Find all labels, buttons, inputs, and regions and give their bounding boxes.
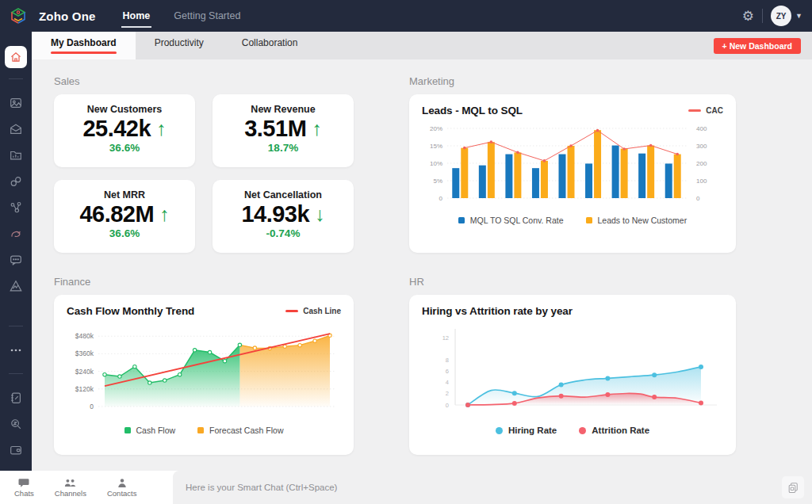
yellow-swatch — [586, 217, 592, 223]
hr-chart-card: Hiring vs Attrition rate by year 0246812… — [409, 295, 736, 455]
zoho-one-logo-icon[interactable] — [9, 6, 28, 25]
svg-text:200: 200 — [696, 160, 707, 167]
kpi-value: 3.51M — [244, 116, 306, 141]
kpi-title: Net MRR — [54, 189, 195, 200]
svg-text:$360k: $360k — [75, 349, 94, 357]
more-ellipsis-icon — [9, 343, 23, 357]
legend-leads-new-customer[interactable]: Leads to New Customer — [586, 216, 688, 225]
topbar-right: ⚙ ZY ▼ — [742, 6, 802, 26]
sidebar-bottom — [9, 315, 23, 471]
svg-text:8: 8 — [446, 357, 449, 364]
section-label-sales: Sales — [54, 75, 354, 89]
tab-productivity[interactable]: Productivity — [136, 32, 223, 59]
sidebar-item-chat[interactable] — [9, 253, 23, 267]
svg-text:4: 4 — [446, 379, 449, 386]
clipboard-button[interactable] — [782, 476, 804, 498]
kpi-title: New Revenue — [213, 104, 354, 115]
svg-text:6: 6 — [446, 368, 449, 375]
nav-home[interactable]: Home — [121, 7, 152, 25]
search-icon — [9, 417, 23, 431]
section-label-hr: HR — [409, 276, 736, 289]
cash-line-swatch — [285, 310, 298, 312]
svg-text:100: 100 — [696, 178, 707, 185]
svg-text:5%: 5% — [433, 178, 442, 185]
kpi-change: 36.6% — [54, 142, 195, 154]
marketing-legend: MQL TO SQL Conv. Rate Leads to New Custo… — [422, 216, 723, 225]
svg-text:15%: 15% — [430, 143, 442, 150]
gear-icon[interactable]: ⚙ — [742, 10, 754, 23]
chat-bubble-icon — [18, 478, 29, 488]
svg-text:400: 400 — [696, 125, 707, 132]
svg-text:$120k: $120k — [75, 385, 94, 393]
up-arrow-icon: ↑ — [156, 117, 167, 139]
cac-line-swatch — [688, 109, 701, 112]
finance-chart-card: Cash Flow Monthly Trend Cash Line 0$120k… — [54, 295, 354, 455]
wallet-icon — [9, 443, 23, 457]
up-arrow-icon: ↑ — [159, 203, 170, 225]
sidebar-item-notebook[interactable] — [9, 391, 23, 405]
topbar: Zoho One Home Getting Started ⚙ ZY ▼ — [0, 0, 812, 32]
gallery-icon — [9, 96, 23, 110]
kpi-card-net-mrr: Net MRR 46.82M↑ 36.6% — [54, 180, 195, 253]
svg-text:300: 300 — [696, 143, 707, 150]
avatar[interactable]: ZY — [771, 6, 791, 26]
mail-icon — [9, 122, 23, 136]
legend-cash-flow[interactable]: Cash Flow — [124, 426, 176, 435]
smart-chat-input[interactable]: Here is your Smart Chat (Ctrl+Space) — [173, 471, 812, 504]
sidebar-divider — [9, 78, 23, 79]
chat-icon — [9, 253, 23, 267]
down-arrow-icon: ↓ — [315, 203, 325, 225]
link-icon — [9, 174, 23, 189]
up-arrow-icon: ↑ — [312, 117, 322, 139]
bottom-tab-chats[interactable]: Chats — [14, 478, 34, 498]
svg-text:$480k: $480k — [75, 332, 94, 340]
tab-my-dashboard[interactable]: My Dashboard — [32, 32, 136, 59]
finance-chart: 0$120k$240k$360k$480k — [67, 319, 341, 423]
user-menu[interactable]: ZY ▼ — [771, 6, 802, 26]
cash-line-legend[interactable]: Cash Line — [285, 307, 341, 315]
sidebar-item-network[interactable] — [9, 200, 23, 215]
network-icon — [9, 200, 23, 215]
tab-collaboration[interactable]: Collaboration — [223, 32, 317, 59]
sidebar-item-reports[interactable] — [9, 148, 23, 162]
section-label-finance: Finance — [54, 276, 354, 289]
svg-text:$240k: $240k — [75, 368, 94, 376]
sidebar-item-gallery[interactable] — [9, 96, 23, 110]
sidebar-item-links[interactable] — [9, 174, 23, 189]
svg-text:20%: 20% — [430, 125, 442, 132]
marketing-chart-title: Leads - MQL to SQL — [422, 105, 523, 116]
legend-forecast-cash-flow[interactable]: Forecast Cash Flow — [197, 426, 283, 435]
kpi-card-new-customers: New Customers 25.42k↑ 36.6% — [54, 94, 195, 167]
sidebar-item-mail[interactable] — [9, 122, 23, 136]
chat-tabs: Chats Channels Contacts — [0, 471, 173, 504]
sidebar-item-search[interactable] — [9, 417, 23, 431]
legend-mql-rate[interactable]: MQL TO SQL Conv. Rate — [458, 216, 564, 225]
top-nav: Home Getting Started — [121, 7, 243, 25]
clipboard-copy-icon — [787, 481, 799, 494]
red-dot-swatch — [579, 427, 586, 434]
bottom-tab-contacts[interactable]: Contacts — [107, 478, 137, 498]
legend-attrition-rate[interactable]: Attrition Rate — [579, 426, 649, 435]
topbar-divider — [762, 9, 763, 23]
green-swatch — [124, 427, 131, 433]
new-dashboard-button[interactable]: + New Dashboard — [714, 38, 801, 54]
nav-getting-started[interactable]: Getting Started — [172, 7, 242, 25]
kpi-card-new-revenue: New Revenue 3.51M↑ 18.7% — [213, 94, 354, 167]
cac-legend[interactable]: CAC — [688, 106, 723, 115]
finance-chart-title: Cash Flow Monthly Trend — [67, 305, 194, 317]
svg-text:12: 12 — [442, 334, 449, 342]
app-root: Zoho One Home Getting Started ⚙ ZY ▼ — [0, 0, 812, 504]
svg-text:2: 2 — [446, 390, 449, 397]
sidebar-item-analytics[interactable] — [9, 279, 23, 293]
sidebar-item-wallet[interactable] — [9, 443, 23, 457]
sidebar-item-more[interactable] — [9, 343, 23, 357]
legend-hiring-rate[interactable]: Hiring Rate — [496, 426, 557, 435]
sales-kpi-grid: New Customers 25.42k↑ 36.6% New Revenue … — [54, 94, 354, 253]
svg-text:0: 0 — [439, 195, 443, 202]
bottom-tab-channels[interactable]: Channels — [55, 478, 86, 498]
marketing-chart-card: Leads - MQL to SQL CAC 05%10%15%20%01002… — [409, 94, 736, 253]
sidebar — [0, 32, 32, 471]
sidebar-item-home[interactable] — [5, 46, 27, 68]
orange-swatch — [197, 427, 204, 433]
sidebar-item-sprints[interactable] — [9, 227, 23, 241]
